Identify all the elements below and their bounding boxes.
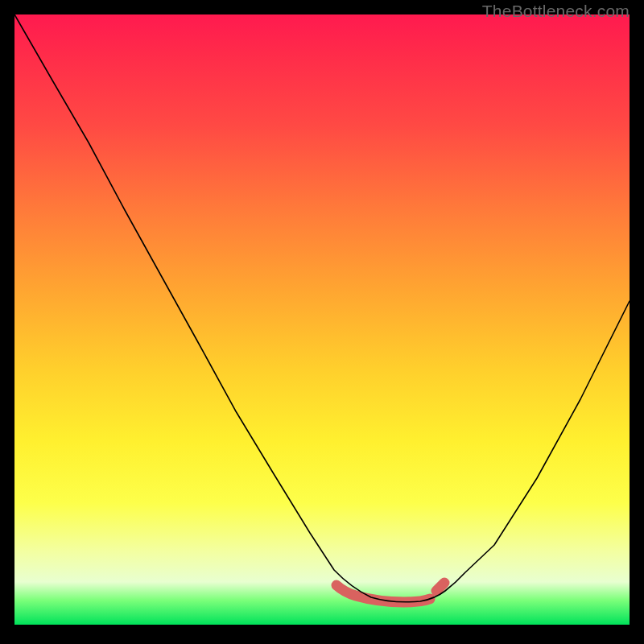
chart-frame: TheBottleneck.com bbox=[0, 0, 644, 644]
plot-svg bbox=[14, 14, 630, 625]
bottleneck-curve bbox=[14, 14, 630, 602]
plot-area bbox=[14, 14, 630, 625]
watermark-text: TheBottleneck.com bbox=[482, 2, 630, 21]
